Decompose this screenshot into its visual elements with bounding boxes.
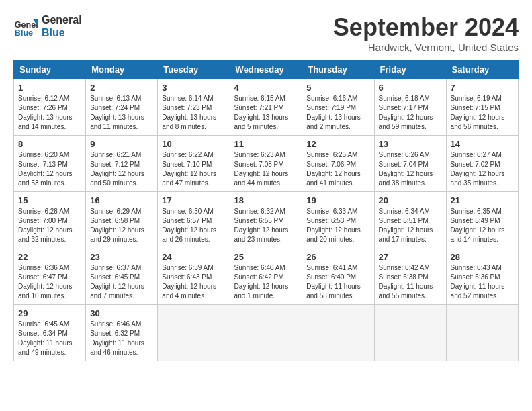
col-header-sunday: Sunday <box>14 60 86 79</box>
day-info: Sunrise: 6:23 AMSunset: 7:08 PMDaylight:… <box>234 150 298 188</box>
location: Hardwick, Vermont, United States <box>333 42 519 53</box>
calendar-cell: 5Sunrise: 6:16 AMSunset: 7:19 PMDaylight… <box>302 79 374 136</box>
day-info: Sunrise: 6:39 AMSunset: 6:43 PMDaylight:… <box>162 263 225 301</box>
calendar-cell: 2Sunrise: 6:13 AMSunset: 7:24 PMDaylight… <box>86 79 158 136</box>
day-number: 4 <box>234 83 298 93</box>
day-info: Sunrise: 6:33 AMSunset: 6:53 PMDaylight:… <box>306 207 369 244</box>
calendar-cell: 12Sunrise: 6:25 AMSunset: 7:06 PMDayligh… <box>302 136 374 192</box>
day-number: 20 <box>379 195 442 205</box>
day-number: 14 <box>451 139 514 149</box>
day-info: Sunrise: 6:34 AMSunset: 6:51 PMDaylight:… <box>379 207 442 244</box>
day-number: 17 <box>162 195 225 205</box>
logo-blue: Blue <box>42 26 82 39</box>
calendar-cell: 15Sunrise: 6:28 AMSunset: 7:00 PMDayligh… <box>14 192 86 248</box>
calendar-cell <box>302 305 374 361</box>
day-info: Sunrise: 6:32 AMSunset: 6:55 PMDaylight:… <box>234 207 298 244</box>
calendar-cell: 25Sunrise: 6:40 AMSunset: 6:42 PMDayligh… <box>230 248 302 305</box>
day-number: 1 <box>18 83 81 93</box>
day-number: 21 <box>451 195 514 205</box>
calendar-week-1: 1Sunrise: 6:12 AMSunset: 7:26 PMDaylight… <box>14 79 519 136</box>
day-number: 26 <box>306 252 369 262</box>
day-number: 24 <box>162 252 225 262</box>
calendar-cell: 20Sunrise: 6:34 AMSunset: 6:51 PMDayligh… <box>374 192 446 248</box>
day-info: Sunrise: 6:22 AMSunset: 7:10 PMDaylight:… <box>162 150 225 188</box>
col-header-thursday: Thursday <box>302 60 374 79</box>
calendar-cell: 27Sunrise: 6:42 AMSunset: 6:38 PMDayligh… <box>374 248 446 305</box>
day-number: 13 <box>379 139 442 149</box>
day-number: 29 <box>18 308 81 318</box>
day-info: Sunrise: 6:30 AMSunset: 6:57 PMDaylight:… <box>162 207 225 244</box>
calendar-cell: 22Sunrise: 6:36 AMSunset: 6:47 PMDayligh… <box>14 248 86 305</box>
day-number: 8 <box>18 139 81 149</box>
calendar-cell: 18Sunrise: 6:32 AMSunset: 6:55 PMDayligh… <box>230 192 302 248</box>
day-number: 12 <box>306 139 369 149</box>
day-number: 16 <box>90 195 153 205</box>
day-number: 25 <box>234 252 298 262</box>
day-number: 11 <box>234 139 298 149</box>
calendar-cell: 30Sunrise: 6:46 AMSunset: 6:32 PMDayligh… <box>86 305 158 361</box>
month-title: September 2024 <box>333 13 519 42</box>
day-info: Sunrise: 6:46 AMSunset: 6:32 PMDaylight:… <box>90 320 153 357</box>
calendar-cell: 28Sunrise: 6:43 AMSunset: 6:36 PMDayligh… <box>446 248 518 305</box>
day-info: Sunrise: 6:40 AMSunset: 6:42 PMDaylight:… <box>234 263 298 301</box>
logo-general: General <box>42 13 82 26</box>
calendar-cell: 23Sunrise: 6:37 AMSunset: 6:45 PMDayligh… <box>86 248 158 305</box>
calendar-cell: 17Sunrise: 6:30 AMSunset: 6:57 PMDayligh… <box>158 192 230 248</box>
page-header: General Blue General Blue September 2024… <box>13 13 519 53</box>
calendar-cell: 16Sunrise: 6:29 AMSunset: 6:58 PMDayligh… <box>86 192 158 248</box>
day-info: Sunrise: 6:45 AMSunset: 6:34 PMDaylight:… <box>18 320 81 357</box>
day-number: 9 <box>90 139 153 149</box>
col-header-wednesday: Wednesday <box>230 60 302 79</box>
day-number: 5 <box>306 83 369 93</box>
calendar-cell: 8Sunrise: 6:20 AMSunset: 7:13 PMDaylight… <box>14 136 86 192</box>
day-number: 28 <box>451 252 514 262</box>
calendar-cell: 24Sunrise: 6:39 AMSunset: 6:43 PMDayligh… <box>158 248 230 305</box>
calendar-cell: 14Sunrise: 6:27 AMSunset: 7:02 PMDayligh… <box>446 136 518 192</box>
calendar-cell: 26Sunrise: 6:41 AMSunset: 6:40 PMDayligh… <box>302 248 374 305</box>
day-info: Sunrise: 6:29 AMSunset: 6:58 PMDaylight:… <box>90 207 153 244</box>
day-info: Sunrise: 6:18 AMSunset: 7:17 PMDaylight:… <box>379 94 442 132</box>
calendar-week-2: 8Sunrise: 6:20 AMSunset: 7:13 PMDaylight… <box>14 136 519 192</box>
day-info: Sunrise: 6:42 AMSunset: 6:38 PMDaylight:… <box>379 263 442 301</box>
day-number: 30 <box>90 308 153 318</box>
calendar-cell: 13Sunrise: 6:26 AMSunset: 7:04 PMDayligh… <box>374 136 446 192</box>
day-info: Sunrise: 6:14 AMSunset: 7:23 PMDaylight:… <box>162 94 225 132</box>
calendar-cell: 9Sunrise: 6:21 AMSunset: 7:12 PMDaylight… <box>86 136 158 192</box>
calendar-week-4: 22Sunrise: 6:36 AMSunset: 6:47 PMDayligh… <box>14 248 519 305</box>
calendar-week-5: 29Sunrise: 6:45 AMSunset: 6:34 PMDayligh… <box>14 305 519 361</box>
day-info: Sunrise: 6:13 AMSunset: 7:24 PMDaylight:… <box>90 94 153 132</box>
day-info: Sunrise: 6:27 AMSunset: 7:02 PMDaylight:… <box>451 150 514 188</box>
col-header-tuesday: Tuesday <box>158 60 230 79</box>
day-number: 6 <box>379 83 442 93</box>
day-info: Sunrise: 6:16 AMSunset: 7:19 PMDaylight:… <box>306 94 369 132</box>
day-number: 10 <box>162 139 225 149</box>
day-number: 18 <box>234 195 298 205</box>
day-info: Sunrise: 6:36 AMSunset: 6:47 PMDaylight:… <box>18 263 81 301</box>
calendar-header-row: SundayMondayTuesdayWednesdayThursdayFrid… <box>14 60 519 79</box>
day-number: 22 <box>18 252 81 262</box>
calendar-cell <box>446 305 518 361</box>
calendar-cell: 1Sunrise: 6:12 AMSunset: 7:26 PMDaylight… <box>14 79 86 136</box>
day-info: Sunrise: 6:19 AMSunset: 7:15 PMDaylight:… <box>451 94 514 132</box>
day-info: Sunrise: 6:15 AMSunset: 7:21 PMDaylight:… <box>234 94 298 132</box>
logo-icon: General Blue <box>13 14 38 38</box>
calendar-cell: 29Sunrise: 6:45 AMSunset: 6:34 PMDayligh… <box>14 305 86 361</box>
day-number: 23 <box>90 252 153 262</box>
svg-text:Blue: Blue <box>15 28 33 38</box>
day-info: Sunrise: 6:21 AMSunset: 7:12 PMDaylight:… <box>90 150 153 188</box>
day-info: Sunrise: 6:20 AMSunset: 7:13 PMDaylight:… <box>18 150 81 188</box>
day-number: 3 <box>162 83 225 93</box>
day-info: Sunrise: 6:41 AMSunset: 6:40 PMDaylight:… <box>306 263 369 301</box>
calendar-cell: 10Sunrise: 6:22 AMSunset: 7:10 PMDayligh… <box>158 136 230 192</box>
calendar-week-3: 15Sunrise: 6:28 AMSunset: 7:00 PMDayligh… <box>14 192 519 248</box>
day-number: 2 <box>90 83 153 93</box>
day-number: 15 <box>18 195 81 205</box>
col-header-saturday: Saturday <box>446 60 518 79</box>
col-header-monday: Monday <box>86 60 158 79</box>
day-info: Sunrise: 6:25 AMSunset: 7:06 PMDaylight:… <box>306 150 369 188</box>
col-header-friday: Friday <box>374 60 446 79</box>
day-info: Sunrise: 6:37 AMSunset: 6:45 PMDaylight:… <box>90 263 153 301</box>
day-info: Sunrise: 6:43 AMSunset: 6:36 PMDaylight:… <box>451 263 514 301</box>
day-info: Sunrise: 6:26 AMSunset: 7:04 PMDaylight:… <box>379 150 442 188</box>
calendar-cell <box>230 305 302 361</box>
